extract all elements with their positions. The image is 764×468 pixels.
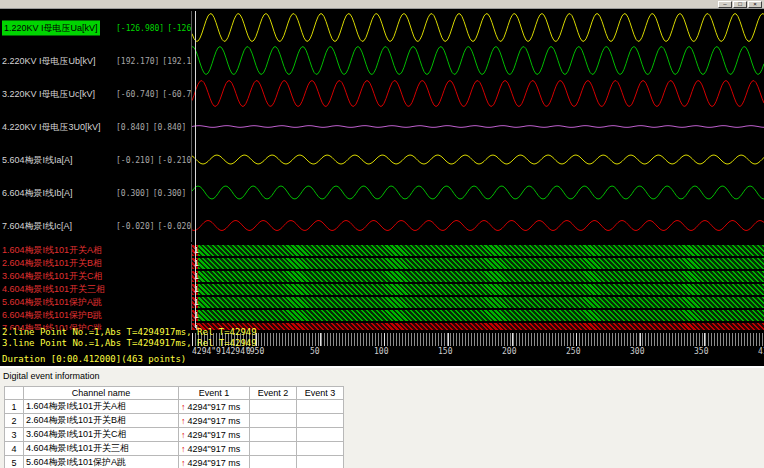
axis-tick-label: 350	[694, 347, 708, 356]
event2-cell	[250, 456, 297, 468]
digital-waveform-bar[interactable]: 1	[192, 258, 764, 269]
event2-cell	[250, 428, 297, 442]
event3-cell	[297, 414, 344, 428]
channel-label-cell[interactable]: 4.220KV I母电压3U0[kV] [0.840][0.840]	[0, 110, 192, 143]
digital-channel-list: 1.604梅景I线101开关A相 1 2.604梅景I线101开关B相 1 3.…	[0, 244, 764, 330]
digital-channel-row[interactable]: 6.604梅景I线101保护B跳 1	[0, 309, 764, 322]
row-number: 5	[5, 456, 24, 468]
cursor-time-readout: 4294"914294"950	[192, 347, 264, 356]
event3-cell	[297, 428, 344, 442]
close-button[interactable]: ×	[748, 1, 762, 8]
channel-label-cell[interactable]: 7.604梅景I线Ic[A] [-0.020][-0.020]	[0, 209, 192, 242]
waveform-area[interactable]	[192, 44, 764, 77]
cursor3-status-line: 3.line Point No.=1,Abs T=4294917ms, Rel …	[2, 338, 257, 348]
event2-cell	[250, 414, 297, 428]
event3-cell	[297, 456, 344, 468]
state-on-segment	[198, 297, 764, 308]
digital-waveform-bar[interactable]: 1	[192, 323, 764, 330]
digital-channel-row[interactable]: 1.604梅景I线101开关A相 1	[0, 244, 764, 257]
time-ruler[interactable]	[192, 333, 764, 346]
cursor2-value: [0.300]	[153, 188, 187, 197]
row-number: 2	[5, 414, 24, 428]
event-row[interactable]: 5 5.604梅景I线101保护A跳 ↑4294"917 ms	[5, 456, 344, 468]
duration-readout: Duration [0:00.412000](463 points)	[2, 354, 186, 364]
state-on-segment	[198, 258, 764, 269]
axis-tick-row: 4294"914294"950 05010015020025030035041	[192, 347, 764, 358]
window-titlebar: – □ ×	[0, 0, 764, 9]
digital-event-table: Channel name Event 1 Event 2 Event 3 1 1…	[4, 386, 344, 468]
digital-waveform-bar[interactable]: 1	[192, 297, 764, 308]
event1-header: Event 1	[179, 387, 250, 400]
state-on-segment	[198, 310, 764, 321]
state-on-segment	[198, 284, 764, 295]
waveform-panel: 1.220KV I母电压Ua[kV] [-126.980][-126.980] …	[0, 9, 764, 366]
cursor1-value: [192.170]	[116, 56, 159, 65]
event-row[interactable]: 4 4.604梅景I线101开关三相 ↑4294"917 ms	[5, 442, 344, 456]
cursor1-value: [-126.980]	[116, 23, 164, 32]
row-number-header	[5, 387, 24, 400]
cursor2-value: [0.840]	[153, 122, 187, 131]
waveform-area[interactable]	[192, 176, 764, 209]
analog-channel-row[interactable]: 7.604梅景I线Ic[A] [-0.020][-0.020]	[0, 209, 764, 242]
cursor1-value: [-0.020]	[116, 221, 155, 230]
cursor2-value: [-0.210]	[158, 155, 192, 164]
analog-channel-label: 4.220KV I母电压3U0[kV]	[2, 120, 101, 133]
event3-cell	[297, 400, 344, 414]
maximize-button[interactable]: □	[733, 1, 747, 8]
event1-cell: ↑4294"917 ms	[179, 456, 250, 468]
analog-channel-row[interactable]: 4.220KV I母电压3U0[kV] [0.840][0.840]	[0, 110, 764, 143]
waveform-area[interactable]	[192, 11, 764, 44]
rising-edge-icon: ↑	[181, 458, 186, 468]
waveform-area[interactable]	[192, 209, 764, 242]
event2-header: Event 2	[250, 387, 297, 400]
channel-label-cell[interactable]: 3.220KV I母电压Uc[kV] [-60.740][-60.740]	[0, 77, 192, 110]
channel-label-cell[interactable]: 2.220KV I母电压Ub[kV] [192.170][192.170]	[0, 44, 192, 77]
event-table-header: Channel name Event 1 Event 2 Event 3	[5, 387, 344, 400]
channel-label-cell[interactable]: 6.604梅景I线Ib[A] [0.300][0.300]	[0, 176, 192, 209]
digital-channel-row[interactable]: 2.604梅景I线101开关B相 1	[0, 257, 764, 270]
digital-channel-row[interactable]: 4.604梅景I线101开关三相 1	[0, 283, 764, 296]
waveform-area[interactable]	[192, 143, 764, 176]
axis-tick-label: 50	[310, 347, 320, 356]
event-channel-name: 5.604梅景I线101保护A跳	[24, 456, 179, 468]
cursor-values: [0.840][0.840]	[116, 122, 186, 131]
event3-header: Event 3	[297, 387, 344, 400]
time-cursor-line[interactable]	[195, 11, 196, 328]
cursor2-value: [-0.020]	[158, 221, 192, 230]
row-number: 3	[5, 428, 24, 442]
event-row[interactable]: 1 1.604梅景I线101开关A相 ↑4294"917 ms	[5, 400, 344, 414]
analog-channel-row[interactable]: 3.220KV I母电压Uc[kV] [-60.740][-60.740]	[0, 77, 764, 110]
waveform-area[interactable]	[192, 77, 764, 110]
digital-waveform-bar[interactable]: 1	[192, 271, 764, 282]
digital-waveform-bar[interactable]: 1	[192, 284, 764, 295]
axis-tick-label: 200	[502, 347, 516, 356]
digital-channel-label: 4.604梅景I线101开关三相	[0, 283, 192, 296]
digital-waveform-bar[interactable]: 1	[192, 310, 764, 321]
waveform-area[interactable]	[192, 110, 764, 143]
analog-channel-label: 1.220KV I母电压Ua[kV]	[2, 20, 100, 35]
analog-channel-list: 1.220KV I母电压Ua[kV] [-126.980][-126.980] …	[0, 11, 764, 242]
event-row[interactable]: 2 2.604梅景I线101开关B相 ↑4294"917 ms	[5, 414, 344, 428]
digital-waveform-bar[interactable]: 1	[192, 245, 764, 256]
cursor2-status-line: 2.line Point No.=1,Abs T=4294917ms, Rel …	[2, 327, 257, 337]
cursor2-value: [-126.980]	[167, 23, 192, 32]
event-row[interactable]: 3 3.604梅景I线101开关C相 ↑4294"917 ms	[5, 428, 344, 442]
event-channel-name: 3.604梅景I线101开关C相	[24, 428, 179, 442]
minimize-button[interactable]: –	[718, 1, 732, 8]
event-channel-name: 2.604梅景I线101开关B相	[24, 414, 179, 428]
digital-channel-row[interactable]: 5.604梅景I线101保护A跳 1	[0, 296, 764, 309]
window-controls: – □ ×	[718, 1, 762, 8]
channel-label-cell[interactable]: 5.604梅景I线Ia[A] [-0.210][-0.210]	[0, 143, 192, 176]
axis-tick-label: 300	[630, 347, 644, 356]
channel-label-cell[interactable]: 1.220KV I母电压Ua[kV] [-126.980][-126.980]	[0, 11, 192, 44]
analog-channel-row[interactable]: 6.604梅景I线Ib[A] [0.300][0.300]	[0, 176, 764, 209]
event2-cell	[250, 442, 297, 456]
digital-channel-row[interactable]: 3.604梅景I线101开关C相 1	[0, 270, 764, 283]
analog-channel-row[interactable]: 1.220KV I母电压Ua[kV] [-126.980][-126.980]	[0, 11, 764, 44]
digital-channel-label: 5.604梅景I线101保护A跳	[0, 296, 192, 309]
axis-tick-label: 41	[758, 347, 764, 356]
analog-channel-row[interactable]: 5.604梅景I线Ia[A] [-0.210][-0.210]	[0, 143, 764, 176]
digital-channel-label: 2.604梅景I线101开关B相	[0, 257, 192, 270]
analog-channel-row[interactable]: 2.220KV I母电压Ub[kV] [192.170][192.170]	[0, 44, 764, 77]
cursor-values: [-0.210][-0.210]	[116, 155, 192, 164]
